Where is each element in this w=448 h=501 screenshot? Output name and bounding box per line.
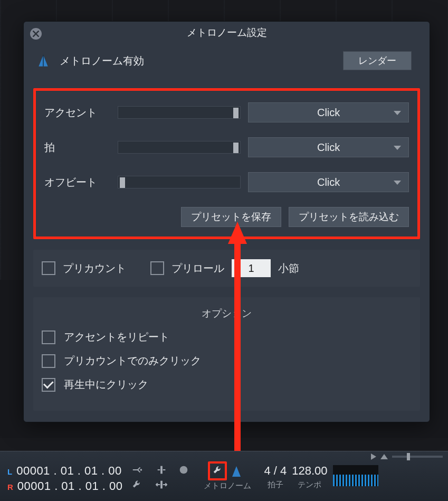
preroll-label: プリロール [171, 261, 224, 276]
slider-thumb[interactable] [233, 143, 239, 153]
click-during-play-label: 再生中にクリック [64, 377, 148, 392]
annotation-highlight-box [208, 461, 227, 480]
tool-icon-b1[interactable] [156, 464, 167, 476]
metronome-icon [36, 54, 50, 68]
dialog-title: メトロノーム設定 [187, 26, 267, 40]
beat-label: 拍 [44, 140, 110, 155]
tempo-column: 128.00 テンポ [292, 464, 327, 490]
meter-bars [333, 475, 378, 486]
play-icon[interactable] [371, 453, 376, 460]
dropdown-value: Click [317, 107, 340, 119]
transport-bar: L 00001 . 01 . 01 . 00 R 00001 . 01 . 01… [0, 451, 448, 501]
close-button[interactable] [30, 28, 42, 40]
offbeat-level-slider[interactable] [118, 176, 241, 188]
offbeat-sound-dropdown[interactable]: Click [248, 172, 409, 192]
locator-l-label: L [7, 467, 12, 476]
metronome-column: メトロノーム [196, 464, 259, 491]
offbeat-label: オフビート [44, 175, 110, 190]
click-during-play-checkbox[interactable] [42, 378, 55, 392]
svg-rect-3 [161, 481, 163, 489]
options-block: オプション アクセントをリピート プリカウントでのみクリック 再生中にクリック [33, 297, 420, 411]
metronome-icon[interactable] [230, 465, 243, 478]
timecode-column: L 00001 . 01 . 01 . 00 R 00001 . 01 . 01… [7, 464, 122, 493]
accent-level-slider[interactable] [118, 106, 241, 119]
svg-rect-2 [161, 466, 163, 474]
close-icon [33, 31, 39, 37]
precount-block: プリカウント プリロール 1 小節 [33, 250, 420, 287]
locator-r-value[interactable]: 00001 . 01 . 01 . 00 [17, 479, 123, 493]
load-preset-button[interactable]: プリセットを読み込む [289, 207, 409, 227]
beat-sound-dropdown[interactable]: Click [248, 137, 409, 157]
chevron-down-icon [394, 181, 401, 185]
wrench-icon[interactable] [131, 479, 143, 490]
slider-thumb[interactable] [233, 108, 239, 118]
precount-label: プリカウント [63, 261, 126, 276]
repeat-accent-label: アクセントをリピート [64, 330, 169, 344]
options-heading: オプション [42, 307, 412, 320]
sound-section-highlight: アクセント Click 拍 Click オフビート Click プリセットを [33, 88, 420, 239]
tool-icons-group [128, 464, 191, 490]
render-button[interactable]: レンダー [343, 51, 412, 70]
dropdown-value: Click [317, 176, 340, 188]
accent-row: アクセント Click [44, 102, 409, 122]
tool-icon-b2[interactable] [156, 479, 167, 490]
preset-buttons: プリセットを保存 プリセットを読み込む [44, 207, 409, 227]
dropdown-value: Click [317, 141, 340, 154]
metronome-settings-dialog: メトロノーム設定 メトロノーム有効 レンダー アクセント Click 拍 Cli… [23, 21, 430, 422]
bars-label: 小節 [278, 261, 299, 276]
offbeat-row: オフビート Click [44, 172, 409, 192]
locator-r-label: R [7, 483, 13, 491]
record-icon[interactable] [178, 464, 189, 476]
beat-level-slider[interactable] [118, 141, 241, 154]
tool-icon-a1[interactable] [131, 464, 143, 476]
output-meter [333, 465, 378, 486]
timesig-column: 4 / 4 拍子 [264, 464, 287, 490]
chevron-down-icon [394, 146, 401, 150]
timesig-value[interactable]: 4 / 4 [264, 464, 287, 478]
dialog-titlebar: メトロノーム設定 [24, 22, 430, 44]
tempo-label: テンポ [298, 480, 321, 490]
svg-point-4 [180, 466, 188, 474]
accent-sound-dropdown[interactable]: Click [248, 102, 409, 122]
preroll-bars-input[interactable]: 1 [232, 259, 271, 277]
metronome-label: メトロノーム [204, 481, 251, 491]
slider-thumb[interactable] [120, 177, 125, 188]
svg-point-1 [140, 469, 142, 471]
save-preset-button[interactable]: プリセットを保存 [181, 207, 281, 227]
beat-row: 拍 Click [44, 137, 409, 157]
click-precount-only-checkbox[interactable] [42, 354, 55, 368]
precount-checkbox[interactable] [42, 261, 55, 275]
enable-label: メトロノーム有効 [60, 54, 144, 68]
click-precount-only-label: プリカウントでのみクリック [64, 354, 201, 368]
tempo-value[interactable]: 128.00 [292, 464, 327, 478]
chevron-down-icon [394, 111, 401, 115]
repeat-accent-checkbox[interactable] [42, 330, 55, 344]
enable-row: メトロノーム有効 レンダー [33, 44, 420, 82]
transport-mini-controls [0, 451, 448, 462]
locator-l-value[interactable]: 00001 . 01 . 01 . 00 [16, 464, 122, 478]
zoom-slider[interactable] [392, 456, 443, 458]
timesig-label: 拍子 [268, 480, 283, 490]
slider-thumb[interactable] [407, 453, 410, 460]
preroll-checkbox[interactable] [150, 261, 164, 275]
return-to-start-icon[interactable] [380, 454, 388, 459]
accent-label: アクセント [44, 106, 110, 120]
